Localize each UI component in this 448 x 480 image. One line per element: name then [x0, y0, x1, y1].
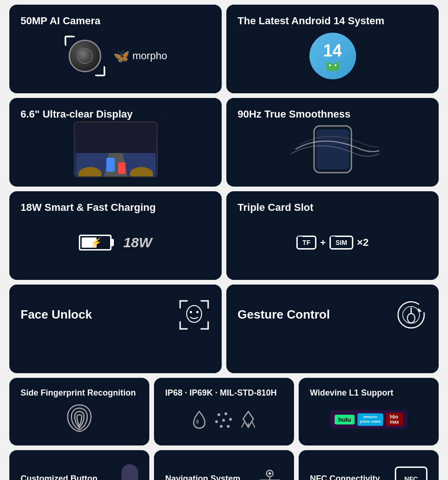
svg-point-30	[196, 311, 199, 313]
svg-point-39	[222, 419, 225, 422]
tf-label: TF	[302, 239, 310, 246]
game-screen-svg	[76, 125, 155, 176]
hulu-logo: hulu	[335, 415, 355, 424]
row-1: 50MP AI Camera 🦋	[9, 5, 439, 93]
nfc-text: NFC	[405, 475, 418, 480]
morpho-logo: 🦋 morpho	[113, 49, 168, 64]
svg-point-37	[224, 412, 227, 415]
card-charging: 18W Smart & Fast Charging ⚡ 18W	[9, 191, 222, 280]
smoothness-title: 90Hz True Smoothness	[238, 108, 350, 120]
card-android: The Latest Android 14 System 14	[226, 5, 439, 93]
face-unlock-row: Face Unlock	[21, 295, 210, 335]
svg-line-9	[325, 62, 326, 63]
ip68-content	[165, 398, 283, 437]
svg-point-42	[227, 425, 230, 428]
smoothness-content	[238, 120, 427, 178]
charging-content: ⚡ 18W	[21, 214, 210, 271]
lightning-icon: ⚡	[90, 237, 101, 248]
camera-content: 🦋 morpho	[21, 27, 210, 85]
svg-rect-15	[118, 162, 126, 174]
camera-title: 50MP AI Camera	[21, 15, 100, 27]
svg-line-10	[339, 62, 341, 63]
charging-power: 18W	[123, 235, 152, 250]
gesture-title: Gesture Control	[238, 307, 330, 322]
card-fingerprint: Side Fingerprint Recognition	[9, 378, 149, 445]
nfc-row: NFC Connectivity NFC	[310, 460, 427, 480]
camera-icon	[64, 35, 106, 77]
card-camera: 50MP AI Camera 🦋	[9, 5, 222, 93]
main-grid: 50MP AI Camera 🦋	[9, 5, 439, 480]
svg-point-36	[217, 413, 220, 416]
svg-rect-6	[326, 64, 339, 71]
display-image	[74, 121, 158, 177]
android-version: 14	[323, 41, 342, 61]
widevine-title: Widevine L1 Support	[310, 388, 393, 398]
card-face-unlock: Face Unlock	[9, 285, 222, 373]
card-nfc: NFC Connectivity NFC	[299, 450, 439, 480]
card-gesture: Gesture Control	[226, 285, 439, 373]
navigation-title: Navigation System	[165, 474, 240, 480]
svg-point-31	[398, 302, 424, 328]
plus-icon: +	[320, 237, 326, 248]
card-widevine: Widevine L1 Support hulu amazonprime vid…	[299, 378, 439, 445]
svg-rect-14	[106, 158, 115, 172]
ip68-title: IP68 · IP69K · MIL-STD-810H	[165, 388, 277, 398]
svg-point-40	[229, 418, 232, 421]
sim-card: SIM	[329, 236, 353, 250]
card-triple-card: Triple Card Slot TF + SIM ×2	[226, 191, 439, 280]
android-title: The Latest Android 14 System	[238, 15, 385, 27]
card-ip68: IP68 · IP69K · MIL-STD-810H	[154, 378, 294, 445]
row-2: 6.6" Ultra-clear Display	[9, 98, 439, 187]
triple-card-content: TF + SIM ×2	[238, 214, 427, 271]
battery-body: ⚡	[79, 235, 112, 250]
android-content: 14	[238, 27, 427, 85]
card-navigation: Navigation System	[154, 450, 294, 480]
tf-card: TF	[296, 236, 316, 250]
dust-icon	[214, 410, 233, 429]
impact-icon	[239, 410, 257, 429]
svg-point-41	[220, 425, 223, 428]
battery-tip	[111, 239, 114, 246]
butterfly-icon: 🦋	[113, 49, 130, 64]
nfc-title: NFC Connectivity	[310, 474, 380, 480]
sim-label: SIM	[336, 239, 347, 246]
svg-point-38	[215, 420, 218, 423]
camera-lens-icon	[69, 40, 101, 72]
svg-point-28	[187, 306, 202, 322]
charging-title: 18W Smart & Fast Charging	[21, 202, 156, 214]
svg-point-7	[329, 64, 331, 66]
face-unlock-icon	[178, 299, 210, 331]
amazon-logo: amazonprime video	[357, 413, 383, 426]
hbo-logo: hbomax	[386, 413, 403, 426]
svg-point-35	[196, 419, 199, 424]
widevine-content: hulu amazonprime video hbomax	[310, 398, 427, 437]
triple-card-title: Triple Card Slot	[238, 202, 314, 214]
card-slot-display: TF + SIM ×2	[296, 236, 369, 250]
card-smoothness: 90Hz True Smoothness	[226, 98, 439, 187]
morpho-text: morpho	[133, 50, 168, 62]
toggle-switch-icon	[121, 464, 138, 480]
android-robot-icon	[323, 61, 342, 71]
gesture-row: Gesture Control	[238, 295, 427, 335]
row-6: Customized Button Navigation System	[9, 450, 439, 480]
fingerprint-content	[21, 398, 138, 437]
svg-point-29	[190, 311, 192, 313]
navigation-row: Navigation System	[165, 460, 283, 480]
fingerprint-title: Side Fingerprint Recognition	[21, 388, 136, 398]
times-two: ×2	[357, 237, 369, 249]
fingerprint-icon	[65, 403, 93, 433]
row-5: Side Fingerprint Recognition IP68 · IP69…	[9, 378, 439, 445]
screen-content	[75, 122, 157, 176]
charging-display: ⚡ 18W	[79, 235, 152, 250]
card-custom-button: Customized Button	[9, 450, 149, 480]
android-badge: 14	[309, 33, 356, 79]
row-4: Face Unlock	[9, 285, 439, 373]
svg-point-33	[407, 313, 415, 323]
navigation-icon	[257, 466, 283, 480]
battery-icon: ⚡	[79, 235, 114, 250]
display-title: 6.6" Ultra-clear Display	[21, 108, 133, 120]
nfc-badge-icon: NFC	[395, 466, 427, 480]
display-content	[21, 120, 210, 178]
custom-button-title: Customized Button	[21, 474, 98, 480]
custom-button-row: Customized Button	[21, 460, 138, 480]
